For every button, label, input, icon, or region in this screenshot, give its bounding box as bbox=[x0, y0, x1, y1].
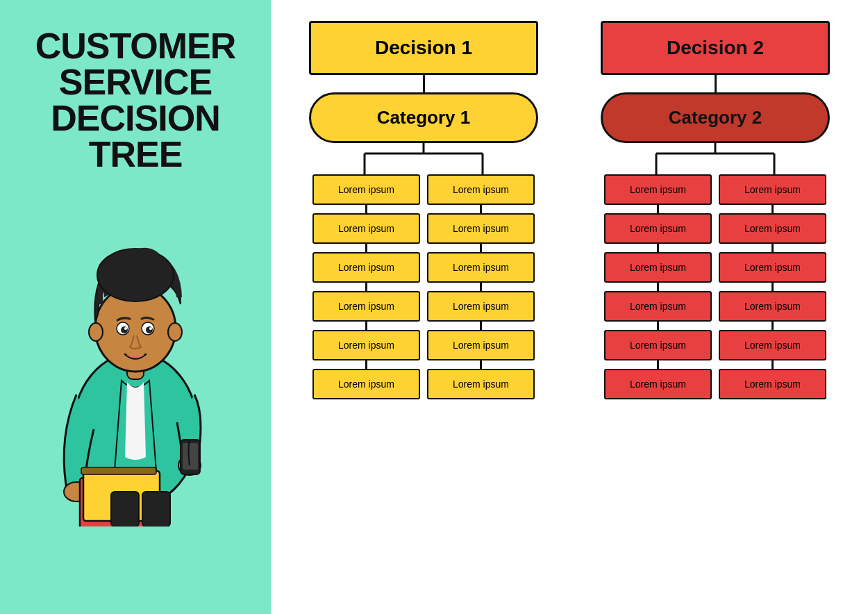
svg-point-16 bbox=[149, 327, 152, 330]
item-connector bbox=[771, 322, 774, 330]
item-connector bbox=[657, 244, 659, 252]
item-connector bbox=[771, 360, 774, 369]
item-connector bbox=[771, 283, 774, 291]
svg-rect-7 bbox=[81, 467, 156, 474]
decision1-box: Decision 1 bbox=[309, 21, 538, 75]
item-connector bbox=[365, 322, 367, 330]
branch1-svg bbox=[312, 143, 535, 174]
decision1-subcol2: Lorem ipsumLorem ipsumLorem ipsumLorem i… bbox=[427, 174, 535, 399]
category1-pill: Category 1 bbox=[309, 92, 538, 143]
list-item: Lorem ipsum bbox=[312, 330, 420, 360]
decision1-subcol1: Lorem ipsumLorem ipsumLorem ipsumLorem i… bbox=[312, 174, 420, 399]
list-item: Lorem ipsum bbox=[312, 369, 420, 399]
item-connector bbox=[657, 205, 659, 213]
item-connector bbox=[365, 244, 367, 252]
character-illustration bbox=[31, 193, 240, 526]
item-connector bbox=[480, 283, 482, 291]
item-connector bbox=[480, 360, 482, 369]
svg-rect-20 bbox=[142, 492, 170, 526]
svg-point-14 bbox=[146, 326, 153, 333]
svg-point-15 bbox=[124, 327, 127, 330]
main-title: CUSTOMER SERVICE DECISION TREE bbox=[15, 28, 257, 172]
list-item: Lorem ipsum bbox=[604, 252, 712, 283]
list-item: Lorem ipsum bbox=[427, 252, 535, 283]
list-item: Lorem ipsum bbox=[719, 213, 826, 244]
list-item: Lorem ipsum bbox=[427, 330, 535, 360]
list-item: Lorem ipsum bbox=[719, 330, 826, 360]
list-item: Lorem ipsum bbox=[427, 213, 535, 244]
decision1-column: Decision 1 Category 1 Lore bbox=[285, 21, 562, 600]
item-connector bbox=[365, 205, 367, 213]
svg-rect-4 bbox=[183, 443, 198, 470]
left-panel: CUSTOMER SERVICE DECISION TREE bbox=[0, 0, 271, 614]
list-item: Lorem ipsum bbox=[312, 252, 420, 283]
list-item: Lorem ipsum bbox=[719, 291, 826, 322]
item-connector bbox=[657, 360, 659, 369]
item-connector bbox=[365, 283, 367, 291]
list-item: Lorem ipsum bbox=[604, 213, 712, 244]
decision2-box: Decision 2 bbox=[601, 21, 830, 75]
list-item: Lorem ipsum bbox=[719, 252, 826, 283]
item-connector bbox=[480, 244, 482, 252]
svg-point-10 bbox=[97, 249, 174, 301]
decision2-column: Decision 2 Category 2 Lorem ipsumLorem i… bbox=[576, 21, 854, 600]
tree-panel: Decision 1 Category 1 Lore bbox=[271, 0, 868, 614]
svg-point-18 bbox=[168, 323, 182, 341]
list-item: Lorem ipsum bbox=[312, 174, 420, 205]
branch2-svg bbox=[604, 143, 826, 174]
item-connector bbox=[480, 205, 482, 213]
list-item: Lorem ipsum bbox=[312, 213, 420, 244]
list-item: Lorem ipsum bbox=[604, 369, 712, 399]
list-item: Lorem ipsum bbox=[312, 291, 420, 322]
list-item: Lorem ipsum bbox=[427, 291, 535, 322]
list-item: Lorem ipsum bbox=[604, 330, 712, 360]
item-connector bbox=[771, 205, 774, 213]
item-connector bbox=[657, 283, 659, 291]
list-item: Lorem ipsum bbox=[719, 369, 826, 399]
svg-point-17 bbox=[89, 323, 103, 341]
decision2-subcol2: Lorem ipsumLorem ipsumLorem ipsumLorem i… bbox=[719, 174, 826, 399]
list-item: Lorem ipsum bbox=[427, 369, 535, 399]
item-connector bbox=[771, 244, 774, 252]
list-item: Lorem ipsum bbox=[604, 174, 712, 205]
svg-point-13 bbox=[121, 326, 128, 333]
item-connector bbox=[365, 360, 367, 369]
decision2-subcol1: Lorem ipsumLorem ipsumLorem ipsumLorem i… bbox=[604, 174, 712, 399]
category2-pill: Category 2 bbox=[601, 92, 830, 143]
list-item: Lorem ipsum bbox=[427, 174, 535, 205]
item-connector bbox=[657, 322, 659, 330]
list-item: Lorem ipsum bbox=[719, 174, 826, 205]
svg-rect-19 bbox=[111, 492, 139, 526]
list-item: Lorem ipsum bbox=[604, 291, 712, 322]
item-connector bbox=[480, 322, 482, 330]
